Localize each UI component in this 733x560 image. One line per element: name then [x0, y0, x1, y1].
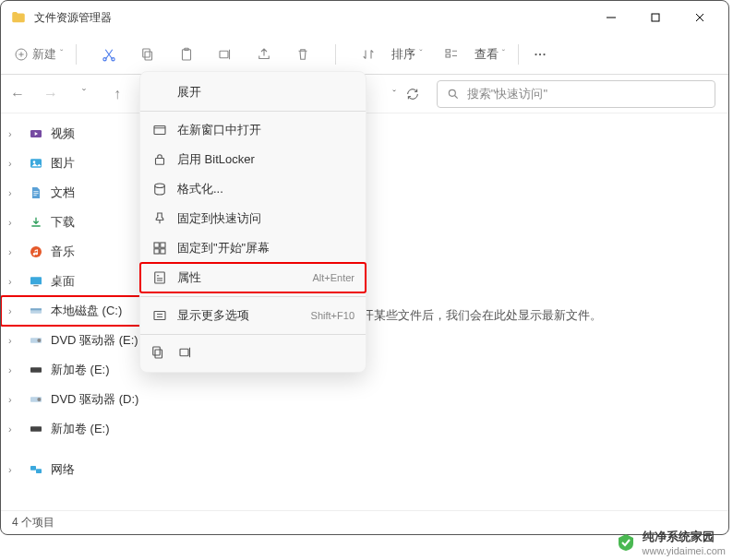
new-label: 新建	[32, 46, 56, 63]
svg-rect-31	[36, 469, 42, 473]
sidebar-item-desktop[interactable]: ›桌面	[1, 267, 162, 296]
search-placeholder: 搜索"快速访问"	[467, 86, 547, 102]
cut-icon[interactable]	[101, 46, 117, 63]
chevron-down-icon: ˇ	[419, 49, 422, 59]
chevron-down-icon: ˇ	[502, 49, 505, 59]
menu-pin-quick-access[interactable]: 固定到快速访问	[140, 204, 366, 233]
minimize-button[interactable]	[597, 6, 625, 29]
sidebar-item-dvd-d[interactable]: ›DVD 驱动器 (D:)	[1, 385, 162, 414]
separator	[335, 44, 336, 65]
blank-icon	[151, 84, 168, 101]
sidebar-item-network[interactable]: ›网络	[1, 455, 162, 484]
divider	[140, 334, 366, 335]
sidebar-item-documents[interactable]: ›文档	[1, 178, 162, 208]
menu-pin-start[interactable]: 固定到"开始"屏幕	[140, 233, 366, 263]
copy-icon[interactable]	[139, 46, 156, 63]
sidebar-item-label: 视频	[51, 125, 75, 142]
sidebar-item-local-disk-c[interactable]: ›本地磁盘 (C:)	[1, 296, 162, 326]
svg-rect-40	[154, 249, 159, 254]
svg-point-37	[155, 184, 165, 188]
chevron-down-icon[interactable]: ˇ	[392, 89, 396, 100]
new-button[interactable]: 新建 ˇ	[14, 46, 63, 63]
chevron-right-icon: ›	[8, 364, 21, 375]
watermark-text: 纯净系统家园	[643, 529, 726, 545]
sidebar-item-label: 下载	[51, 214, 75, 231]
sidebar-item-downloads[interactable]: ›下载	[1, 208, 162, 237]
svg-rect-29	[30, 426, 42, 431]
chevron-right-icon: ›	[8, 217, 21, 228]
svg-rect-23	[30, 308, 42, 310]
menu-properties[interactable]: 属性Alt+Enter	[140, 263, 366, 292]
search-input[interactable]: 搜索"快速访问"	[437, 80, 715, 108]
svg-rect-43	[154, 312, 165, 320]
rename-icon[interactable]	[217, 46, 234, 63]
sidebar-item-volume-e[interactable]: ›新加卷 (E:)	[1, 355, 162, 385]
svg-point-14	[543, 53, 545, 54]
svg-rect-44	[155, 350, 162, 358]
sidebar-item-label: 音乐	[51, 244, 75, 260]
disk-icon	[29, 422, 43, 436]
chevron-right-icon: ›	[8, 305, 21, 316]
close-button[interactable]	[686, 6, 714, 29]
up-button[interactable]: ↑	[101, 86, 134, 102]
separator	[76, 44, 77, 65]
chevron-down-icon[interactable]: ˇ	[67, 88, 101, 101]
sidebar-item-videos[interactable]: ›视频	[1, 119, 162, 149]
watermark-url: www.yidaimei.com	[643, 545, 726, 556]
svg-rect-11	[446, 54, 451, 57]
chevron-right-icon: ›	[8, 246, 21, 257]
sort-button[interactable]: 排序	[391, 46, 415, 63]
menu-bitlocker[interactable]: 启用 BitLocker	[140, 145, 366, 174]
chevron-right-icon: ›	[8, 335, 21, 346]
separator	[518, 44, 519, 65]
svg-rect-20	[30, 277, 42, 284]
folder-icon	[10, 9, 27, 26]
lock-icon	[151, 151, 168, 168]
svg-point-13	[539, 53, 541, 54]
back-button[interactable]: ←	[1, 86, 34, 102]
dvd-icon	[29, 333, 43, 348]
sidebar-item-dvd-e[interactable]: ›DVD 驱动器 (E:)	[1, 326, 162, 355]
more-icon[interactable]	[532, 46, 548, 63]
svg-rect-35	[154, 126, 165, 135]
svg-point-3	[103, 57, 106, 60]
chevron-right-icon: ›	[8, 394, 21, 405]
sidebar-item-music[interactable]: ›音乐	[1, 237, 162, 267]
svg-rect-6	[143, 49, 150, 57]
svg-rect-9	[220, 51, 228, 58]
svg-rect-42	[155, 272, 165, 283]
sidebar-item-label: DVD 驱动器 (D:)	[51, 391, 138, 408]
svg-rect-45	[153, 347, 161, 355]
pin-icon	[151, 210, 168, 227]
svg-point-4	[112, 57, 114, 60]
paste-icon[interactable]	[178, 46, 195, 63]
sidebar-item-label: 网络	[51, 461, 75, 478]
window-title: 文件资源管理器	[34, 10, 597, 26]
chevron-down-icon: ˇ	[60, 49, 63, 59]
svg-rect-26	[30, 367, 42, 372]
menu-format[interactable]: 格式化...	[140, 174, 366, 204]
view-button[interactable]: 查看	[475, 46, 499, 63]
copy-icon[interactable]	[150, 344, 166, 361]
delete-icon[interactable]	[294, 46, 311, 63]
svg-rect-46	[180, 349, 188, 356]
maximize-button[interactable]	[642, 6, 669, 29]
rename-icon[interactable]	[177, 344, 194, 361]
divider	[140, 111, 366, 112]
chevron-right-icon: ›	[8, 128, 21, 139]
share-icon[interactable]	[256, 46, 272, 63]
sidebar-item-label: 本地磁盘 (C:)	[51, 303, 122, 319]
refresh-icon[interactable]	[405, 87, 420, 101]
menu-more-options[interactable]: 显示更多选项Shift+F10	[140, 301, 366, 330]
start-icon	[151, 240, 168, 256]
forward-button[interactable]: →	[34, 86, 67, 102]
sidebar-item-label: 新加卷 (E:)	[51, 362, 110, 378]
item-count: 4 个项目	[12, 515, 54, 530]
more-icon	[151, 307, 168, 324]
window: 文件资源管理器 新建 ˇ 排序 ˇ 查看 ˇ ← → ˇ	[0, 0, 729, 535]
menu-open-new-window[interactable]: 在新窗口中打开	[140, 115, 366, 145]
sidebar-item-pictures[interactable]: ›图片	[1, 149, 162, 178]
menu-expand[interactable]: 展开	[140, 77, 366, 107]
sidebar-item-volume-e2[interactable]: ›新加卷 (E:)	[1, 414, 162, 444]
divider	[140, 296, 366, 297]
